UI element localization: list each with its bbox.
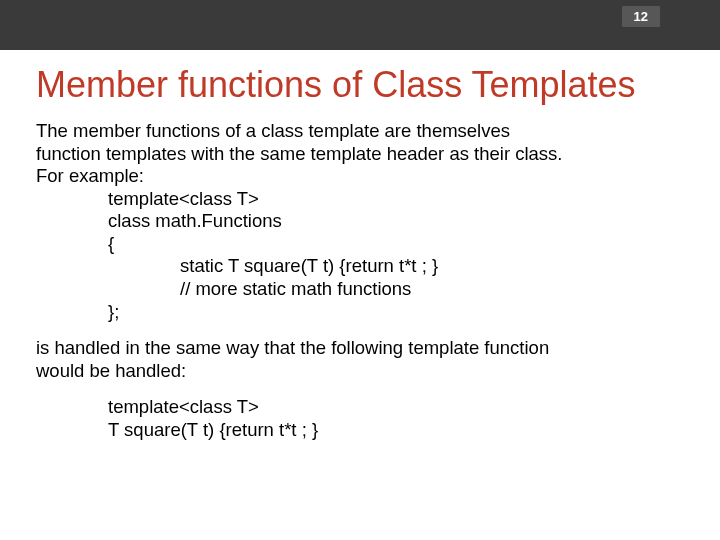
code-line: template<class T> (108, 396, 684, 419)
slide-content: Member functions of Class Templates The … (0, 50, 720, 441)
code-line: template<class T> (108, 188, 684, 211)
header-bar: 12 (0, 0, 720, 50)
spacer (36, 382, 684, 396)
para-line: For example: (36, 165, 684, 188)
slide: 12 Member functions of Class Templates T… (0, 0, 720, 540)
code-line: }; (108, 301, 684, 324)
code-line: class math.Functions (108, 210, 684, 233)
code-line: T square(T t) {return t*t ; } (108, 419, 684, 442)
slide-title: Member functions of Class Templates (36, 64, 684, 106)
code-line: // more static math functions (180, 278, 684, 301)
para-line: function templates with the same templat… (36, 143, 684, 166)
code-line: static T square(T t) {return t*t ; } (180, 255, 684, 278)
para-line: would be handled: (36, 360, 684, 383)
slide-body: The member functions of a class template… (36, 120, 684, 441)
spacer (36, 323, 684, 337)
para-line: The member functions of a class template… (36, 120, 684, 143)
code-line: { (108, 233, 684, 256)
para-line: is handled in the same way that the foll… (36, 337, 684, 360)
page-number: 12 (622, 6, 660, 27)
